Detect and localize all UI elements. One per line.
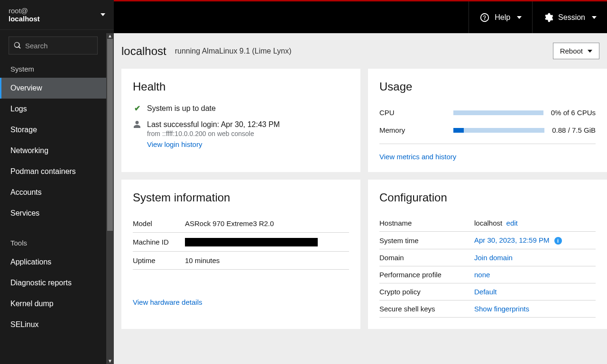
scroll-up-icon[interactable]: ▲ — [106, 33, 114, 39]
scroll-down-icon[interactable]: ▼ — [106, 358, 114, 364]
usage-cpu-label: CPU — [379, 109, 446, 117]
ssh-value[interactable]: Show fingerprints — [474, 305, 529, 313]
search-input[interactable] — [25, 42, 115, 50]
host-switcher[interactable]: root@ localhost — [0, 0, 114, 30]
check-icon: ✔ — [133, 104, 141, 113]
topbar: Help Session — [114, 0, 607, 33]
chevron-down-icon — [517, 16, 522, 19]
info-icon[interactable]: i — [554, 237, 562, 245]
sysinfo-heading: System information — [133, 191, 349, 204]
model-label: Model — [133, 215, 185, 233]
scroll-thumb[interactable] — [107, 39, 113, 231]
card-config: Configuration Hostname localhost edit Sy… — [368, 180, 607, 329]
chevron-down-icon — [592, 16, 597, 19]
sidebar-item-storage[interactable]: Storage — [0, 119, 106, 140]
reboot-label: Reboot — [560, 47, 583, 55]
usage-mem-value: 0.88 / 7.5 GiB — [552, 126, 596, 134]
card-usage: Usage CPU 0% of 6 CPUs Memory 0.88 / 7.5… — [368, 69, 607, 172]
sidebar-item-networking[interactable]: Networking — [0, 140, 106, 161]
host-user: root@ — [9, 7, 40, 15]
chevron-down-icon — [588, 50, 592, 53]
usage-mem-row: Memory 0.88 / 7.5 GiB — [379, 121, 596, 139]
sidebar: root@ localhost System OverviewLogsStora… — [0, 0, 114, 364]
hostname-edit-link[interactable]: edit — [506, 219, 518, 227]
page-header: localhost running AlmaLinux 9.1 (Lime Ly… — [114, 33, 607, 69]
nav-section-tools: Tools — [0, 232, 114, 252]
sidebar-item-kernel-dump[interactable]: Kernel dump — [0, 293, 106, 314]
cpu-bar — [453, 110, 543, 115]
sidebar-item-podman[interactable]: Podman containers — [0, 161, 106, 182]
help-icon — [479, 12, 490, 23]
health-status: System is up to date — [147, 104, 216, 113]
content: localhost running AlmaLinux 9.1 (Lime Ly… — [114, 33, 607, 364]
ssh-label: Secure shell keys — [379, 300, 474, 318]
user-icon — [133, 120, 141, 130]
host-name: localhost — [9, 15, 40, 23]
sidebar-item-accounts[interactable]: Accounts — [0, 182, 106, 203]
sidebar-item-applications[interactable]: Applications — [0, 252, 106, 273]
hostname-label: Hostname — [379, 215, 474, 232]
view-login-history-link[interactable]: View login history — [147, 140, 280, 148]
divider — [379, 144, 596, 144]
gear-icon — [543, 12, 553, 23]
usage-mem-label: Memory — [379, 126, 446, 134]
reboot-button[interactable]: Reboot — [553, 43, 599, 59]
chevron-down-icon — [101, 13, 105, 16]
machine-id-label: Machine ID — [133, 233, 185, 252]
perf-value[interactable]: none — [474, 271, 490, 279]
machine-id-redacted — [185, 238, 318, 246]
topbar-session[interactable]: Session — [532, 1, 607, 33]
nav-list-system: OverviewLogsStorageNetworkingPodman cont… — [0, 78, 106, 224]
systime-value[interactable]: Apr 30, 2023, 12:59 PM — [474, 236, 549, 244]
topbar-help-label: Help — [495, 13, 510, 22]
config-heading: Configuration — [379, 191, 596, 204]
last-login-label: Last successful login: Apr 30, 12:43 PM — [147, 120, 280, 129]
usage-heading: Usage — [379, 80, 596, 93]
model-value: ASRock 970 Extreme3 R2.0 — [185, 215, 349, 233]
view-hardware-link[interactable]: View hardware details — [133, 298, 349, 306]
hostname-value: localhost — [474, 219, 502, 227]
domain-label: Domain — [379, 249, 474, 266]
search-icon — [14, 42, 21, 49]
card-health: Health ✔ System is up to date Last succe… — [121, 69, 360, 172]
search-box — [9, 36, 98, 55]
topbar-session-label: Session — [558, 13, 585, 22]
main-area: Help Session localhost running AlmaLinux… — [114, 0, 607, 364]
crypto-value[interactable]: Default — [474, 288, 497, 296]
usage-cpu-row: CPU 0% of 6 CPUs — [379, 104, 596, 121]
card-sysinfo: System information Model ASRock 970 Extr… — [121, 180, 360, 329]
uptime-label: Uptime — [133, 252, 185, 270]
nav-list-tools: ApplicationsDiagnostic reportsKernel dum… — [0, 252, 106, 335]
sidebar-item-logs[interactable]: Logs — [0, 99, 106, 119]
page-subtitle: running AlmaLinux 9.1 (Lime Lynx) — [175, 47, 292, 55]
mem-bar-fill — [453, 128, 464, 133]
sidebar-item-overview[interactable]: Overview — [0, 78, 106, 99]
perf-label: Performance profile — [379, 266, 474, 283]
sidebar-scrollbar[interactable]: ▲ ▼ — [106, 33, 114, 364]
systime-label: System time — [379, 232, 474, 249]
page-title: localhost — [121, 45, 166, 58]
last-login-from: from ::ffff:10.0.0.200 on web console — [147, 130, 280, 137]
usage-cpu-value: 0% of 6 CPUs — [551, 109, 596, 117]
topbar-help[interactable]: Help — [469, 1, 532, 33]
view-metrics-link[interactable]: View metrics and history — [379, 153, 596, 161]
crypto-label: Crypto policy — [379, 283, 474, 300]
health-heading: Health — [133, 80, 349, 93]
sidebar-item-diagnostic[interactable]: Diagnostic reports — [0, 273, 106, 293]
mem-bar — [453, 128, 544, 133]
domain-value[interactable]: Join domain — [474, 254, 513, 262]
sidebar-item-selinux[interactable]: SELinux — [0, 314, 106, 335]
uptime-value: 10 minutes — [185, 252, 349, 270]
sidebar-item-services[interactable]: Services — [0, 203, 106, 224]
nav-section-system: System — [0, 58, 114, 78]
